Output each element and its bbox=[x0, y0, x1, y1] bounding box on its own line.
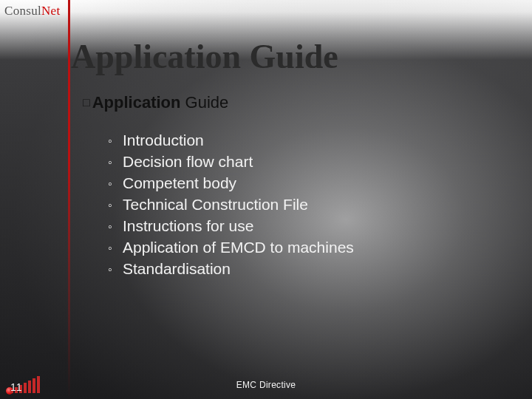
footer-text: EMC Directive bbox=[236, 380, 296, 390]
list-item: Decision flow chart bbox=[108, 151, 354, 173]
page-number: 11 bbox=[10, 381, 22, 393]
list-item: Technical Construction File bbox=[108, 194, 354, 216]
list-item: Standardisation bbox=[108, 259, 354, 280]
logo-part2: Net bbox=[41, 4, 60, 18]
list-item: Instructions for use bbox=[108, 216, 354, 237]
item-list: Introduction Decision flow chart Compete… bbox=[108, 130, 354, 280]
subtitle-app: Application bbox=[92, 93, 181, 112]
vertical-accent-line bbox=[68, 0, 70, 399]
subtitle-guide: Guide bbox=[185, 93, 229, 112]
subtitle: □Application Guide bbox=[83, 93, 228, 112]
bullet-square-icon: □ bbox=[83, 96, 90, 109]
logo-part1: Consul bbox=[4, 4, 41, 18]
logo: ConsulNet bbox=[4, 4, 60, 18]
list-item: Application of EMCD to machines bbox=[108, 237, 354, 259]
list-item: Introduction bbox=[108, 130, 354, 151]
slide: ConsulNet Application Guide □Application… bbox=[0, 0, 532, 399]
list-item: Competent body bbox=[108, 173, 354, 194]
page-title: Application Guide bbox=[71, 37, 338, 76]
footer: EMC Directive 11 bbox=[0, 381, 532, 393]
